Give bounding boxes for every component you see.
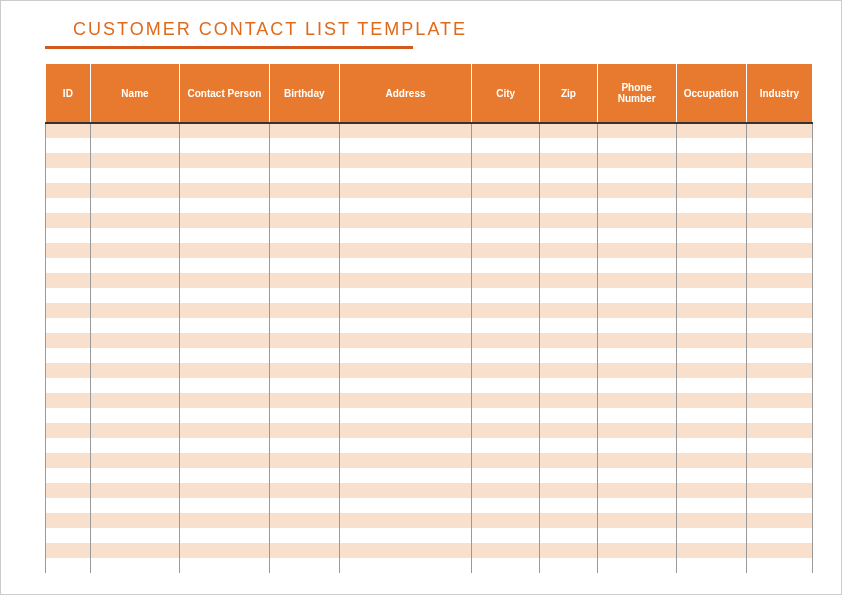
table-cell[interactable]: [180, 123, 269, 138]
table-cell[interactable]: [597, 318, 676, 333]
table-cell[interactable]: [90, 498, 179, 513]
table-cell[interactable]: [180, 528, 269, 543]
table-cell[interactable]: [746, 513, 812, 528]
table-cell[interactable]: [597, 168, 676, 183]
table-cell[interactable]: [540, 543, 598, 558]
table-cell[interactable]: [746, 213, 812, 228]
table-cell[interactable]: [746, 378, 812, 393]
table-cell[interactable]: [472, 198, 540, 213]
table-cell[interactable]: [339, 213, 471, 228]
table-cell[interactable]: [90, 138, 179, 153]
table-cell[interactable]: [46, 348, 91, 363]
table-cell[interactable]: [597, 243, 676, 258]
table-cell[interactable]: [180, 333, 269, 348]
table-cell[interactable]: [746, 243, 812, 258]
table-cell[interactable]: [676, 228, 746, 243]
table-cell[interactable]: [339, 558, 471, 573]
table-cell[interactable]: [46, 168, 91, 183]
table-cell[interactable]: [746, 303, 812, 318]
table-cell[interactable]: [472, 408, 540, 423]
table-cell[interactable]: [597, 363, 676, 378]
table-cell[interactable]: [540, 408, 598, 423]
table-cell[interactable]: [676, 348, 746, 363]
table-cell[interactable]: [180, 363, 269, 378]
table-cell[interactable]: [746, 483, 812, 498]
table-cell[interactable]: [46, 528, 91, 543]
table-cell[interactable]: [180, 408, 269, 423]
table-cell[interactable]: [597, 348, 676, 363]
table-cell[interactable]: [339, 228, 471, 243]
table-cell[interactable]: [269, 468, 339, 483]
table-cell[interactable]: [540, 423, 598, 438]
table-cell[interactable]: [540, 153, 598, 168]
table-cell[interactable]: [339, 333, 471, 348]
table-cell[interactable]: [676, 153, 746, 168]
table-cell[interactable]: [269, 513, 339, 528]
table-cell[interactable]: [46, 318, 91, 333]
table-cell[interactable]: [676, 198, 746, 213]
table-cell[interactable]: [746, 198, 812, 213]
table-cell[interactable]: [540, 393, 598, 408]
table-cell[interactable]: [597, 198, 676, 213]
table-cell[interactable]: [269, 183, 339, 198]
table-cell[interactable]: [597, 558, 676, 573]
table-cell[interactable]: [269, 288, 339, 303]
table-cell[interactable]: [676, 243, 746, 258]
table-cell[interactable]: [597, 258, 676, 273]
table-cell[interactable]: [597, 288, 676, 303]
table-cell[interactable]: [46, 498, 91, 513]
table-cell[interactable]: [746, 153, 812, 168]
table-cell[interactable]: [339, 198, 471, 213]
table-cell[interactable]: [597, 438, 676, 453]
table-cell[interactable]: [676, 378, 746, 393]
table-cell[interactable]: [46, 273, 91, 288]
table-cell[interactable]: [746, 423, 812, 438]
table-cell[interactable]: [46, 408, 91, 423]
table-cell[interactable]: [472, 543, 540, 558]
table-cell[interactable]: [676, 333, 746, 348]
table-cell[interactable]: [269, 153, 339, 168]
table-cell[interactable]: [46, 393, 91, 408]
table-cell[interactable]: [746, 333, 812, 348]
table-cell[interactable]: [676, 543, 746, 558]
table-cell[interactable]: [540, 363, 598, 378]
table-cell[interactable]: [597, 423, 676, 438]
table-cell[interactable]: [540, 333, 598, 348]
table-cell[interactable]: [676, 438, 746, 453]
table-cell[interactable]: [339, 483, 471, 498]
table-cell[interactable]: [746, 363, 812, 378]
table-cell[interactable]: [676, 363, 746, 378]
table-cell[interactable]: [597, 528, 676, 543]
table-cell[interactable]: [180, 168, 269, 183]
table-cell[interactable]: [472, 423, 540, 438]
table-cell[interactable]: [540, 198, 598, 213]
table-cell[interactable]: [46, 558, 91, 573]
table-cell[interactable]: [597, 183, 676, 198]
table-cell[interactable]: [339, 243, 471, 258]
table-cell[interactable]: [180, 198, 269, 213]
table-cell[interactable]: [269, 123, 339, 138]
table-cell[interactable]: [90, 303, 179, 318]
table-cell[interactable]: [540, 438, 598, 453]
table-cell[interactable]: [180, 468, 269, 483]
table-cell[interactable]: [90, 408, 179, 423]
table-cell[interactable]: [90, 438, 179, 453]
table-cell[interactable]: [676, 288, 746, 303]
table-cell[interactable]: [597, 468, 676, 483]
table-cell[interactable]: [472, 558, 540, 573]
table-cell[interactable]: [339, 288, 471, 303]
table-cell[interactable]: [180, 228, 269, 243]
table-cell[interactable]: [472, 138, 540, 153]
table-cell[interactable]: [676, 408, 746, 423]
table-cell[interactable]: [269, 528, 339, 543]
table-cell[interactable]: [597, 513, 676, 528]
table-cell[interactable]: [46, 363, 91, 378]
table-cell[interactable]: [90, 528, 179, 543]
table-cell[interactable]: [472, 348, 540, 363]
table-cell[interactable]: [90, 468, 179, 483]
table-cell[interactable]: [46, 378, 91, 393]
table-cell[interactable]: [540, 558, 598, 573]
table-cell[interactable]: [269, 363, 339, 378]
table-cell[interactable]: [597, 393, 676, 408]
table-cell[interactable]: [676, 453, 746, 468]
